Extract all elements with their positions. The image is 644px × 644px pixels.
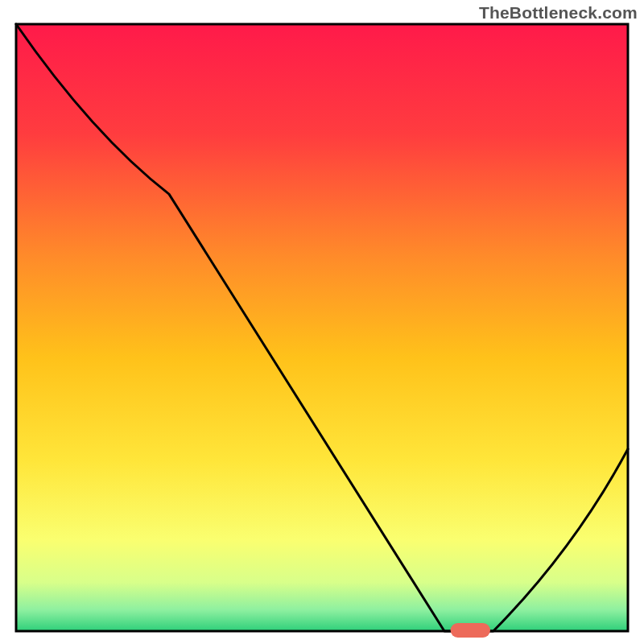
chart-container: TheBottleneck.com [0,0,644,644]
optimal-zone-marker [451,623,490,638]
bottleneck-chart [0,0,644,644]
watermark-text: TheBottleneck.com [479,3,638,23]
plot-background [16,24,628,631]
